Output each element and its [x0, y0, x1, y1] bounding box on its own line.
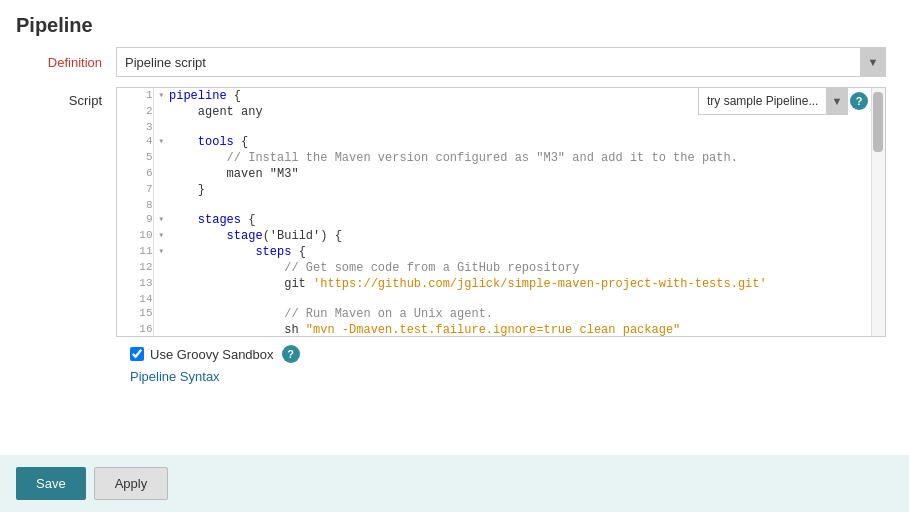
- fold-indicator[interactable]: [153, 276, 169, 292]
- code-line: tools {: [169, 134, 885, 150]
- line-number: 8: [117, 198, 153, 212]
- code-line: sh "mvn -Dmaven.test.failure.ignore=true…: [169, 322, 885, 337]
- code-line: [169, 292, 885, 306]
- script-row: Script try sample Pipeline... Hello Worl…: [16, 87, 893, 337]
- groovy-sandbox-info-icon: ?: [282, 345, 300, 363]
- table-row: 11▾ steps {: [117, 244, 885, 260]
- table-row: 3: [117, 120, 885, 134]
- code-line: maven "M3": [169, 166, 885, 182]
- fold-indicator[interactable]: [153, 182, 169, 198]
- fold-indicator[interactable]: ▾: [153, 88, 169, 104]
- code-line: [169, 198, 885, 212]
- groovy-sandbox-row: Use Groovy Sandbox ?: [16, 345, 893, 363]
- line-number: 7: [117, 182, 153, 198]
- fold-indicator[interactable]: [153, 260, 169, 276]
- form-section: Definition Pipeline script Pipeline scri…: [0, 47, 909, 384]
- table-row: 15 // Run Maven on a Unix agent.: [117, 306, 885, 322]
- groovy-sandbox-label: Use Groovy Sandbox: [130, 347, 274, 362]
- code-line: }: [169, 182, 885, 198]
- code-editor[interactable]: 1▾pipeline {2 agent any3 4▾ tools {5 // …: [116, 87, 886, 337]
- groovy-sandbox-text: Use Groovy Sandbox: [150, 347, 274, 362]
- table-row: 5 // Install the Maven version configure…: [117, 150, 885, 166]
- scrollbar-track[interactable]: [871, 88, 885, 336]
- pipeline-syntax-link[interactable]: Pipeline Syntax: [130, 369, 220, 384]
- fold-indicator[interactable]: [153, 292, 169, 306]
- line-number: 15: [117, 306, 153, 322]
- code-line: // Run Maven on a Unix agent.: [169, 306, 885, 322]
- definition-select-wrapper: Pipeline script Pipeline script from SCM…: [116, 47, 886, 77]
- try-sample-info-icon: ?: [850, 92, 868, 110]
- code-line: // Get some code from a GitHub repositor…: [169, 260, 885, 276]
- line-number: 3: [117, 120, 153, 134]
- page-title: Pipeline: [0, 0, 909, 47]
- fold-indicator[interactable]: ▾: [153, 212, 169, 228]
- definition-label: Definition: [16, 55, 116, 70]
- table-row: 16 sh "mvn -Dmaven.test.failure.ignore=t…: [117, 322, 885, 337]
- line-number: 4: [117, 134, 153, 150]
- line-number: 14: [117, 292, 153, 306]
- fold-indicator[interactable]: [153, 322, 169, 337]
- scrollbar-thumb[interactable]: [873, 92, 883, 152]
- try-sample-select[interactable]: try sample Pipeline... Hello World GitHu…: [698, 87, 848, 115]
- code-line: steps {: [169, 244, 885, 260]
- bottom-bar: Save Apply: [0, 455, 909, 512]
- definition-row: Definition Pipeline script Pipeline scri…: [16, 47, 893, 77]
- script-area: try sample Pipeline... Hello World GitHu…: [116, 87, 886, 337]
- table-row: 14: [117, 292, 885, 306]
- fold-indicator[interactable]: [153, 150, 169, 166]
- code-table: 1▾pipeline {2 agent any3 4▾ tools {5 // …: [117, 88, 885, 337]
- fold-indicator[interactable]: [153, 166, 169, 182]
- table-row: 4▾ tools {: [117, 134, 885, 150]
- save-button[interactable]: Save: [16, 467, 86, 500]
- fold-indicator[interactable]: [153, 306, 169, 322]
- table-row: 13 git 'https://github.com/jglick/simple…: [117, 276, 885, 292]
- line-number: 10: [117, 228, 153, 244]
- pipeline-syntax-row: Pipeline Syntax: [16, 369, 893, 384]
- line-number: 12: [117, 260, 153, 276]
- fold-indicator[interactable]: [153, 120, 169, 134]
- fold-indicator[interactable]: ▾: [153, 228, 169, 244]
- definition-select[interactable]: Pipeline script Pipeline script from SCM: [116, 47, 886, 77]
- line-number: 6: [117, 166, 153, 182]
- line-number: 9: [117, 212, 153, 228]
- groovy-sandbox-checkbox[interactable]: [130, 347, 144, 361]
- code-line: // Install the Maven version configured …: [169, 150, 885, 166]
- table-row: 10▾ stage('Build') {: [117, 228, 885, 244]
- code-line: stage('Build') {: [169, 228, 885, 244]
- line-number: 16: [117, 322, 153, 337]
- code-line: [169, 120, 885, 134]
- fold-indicator[interactable]: [153, 198, 169, 212]
- code-line: stages {: [169, 212, 885, 228]
- table-row: 8: [117, 198, 885, 212]
- page-wrapper: Pipeline Definition Pipeline script Pipe…: [0, 0, 909, 512]
- line-number: 11: [117, 244, 153, 260]
- fold-indicator[interactable]: ▾: [153, 134, 169, 150]
- code-line: git 'https://github.com/jglick/simple-ma…: [169, 276, 885, 292]
- table-row: 6 maven "M3": [117, 166, 885, 182]
- table-row: 7 }: [117, 182, 885, 198]
- line-number: 2: [117, 104, 153, 120]
- line-number: 5: [117, 150, 153, 166]
- table-row: 12 // Get some code from a GitHub reposi…: [117, 260, 885, 276]
- line-number: 13: [117, 276, 153, 292]
- line-number: 1: [117, 88, 153, 104]
- fold-indicator[interactable]: ▾: [153, 244, 169, 260]
- try-sample-wrapper: try sample Pipeline... Hello World GitHu…: [698, 87, 868, 115]
- script-label: Script: [16, 87, 116, 108]
- apply-button[interactable]: Apply: [94, 467, 169, 500]
- table-row: 9▾ stages {: [117, 212, 885, 228]
- fold-indicator[interactable]: [153, 104, 169, 120]
